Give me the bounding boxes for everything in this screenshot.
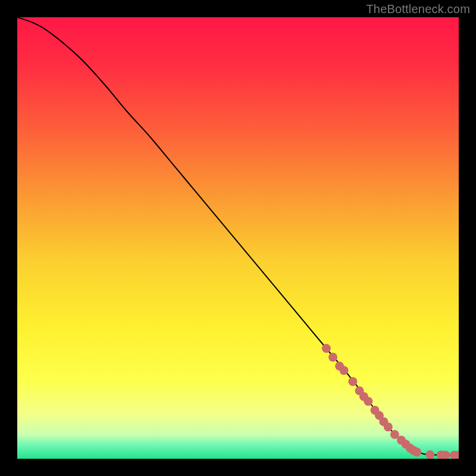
data-point xyxy=(412,447,421,456)
watermark-text: TheBottleneck.com xyxy=(366,2,470,16)
data-point xyxy=(348,377,357,386)
data-point xyxy=(364,397,372,406)
data-point xyxy=(322,344,331,353)
chart-frame: TheBottleneck.com xyxy=(0,0,476,476)
chart-svg xyxy=(17,17,459,459)
gradient-background xyxy=(17,17,459,459)
data-point xyxy=(328,353,337,362)
plot-area xyxy=(17,17,459,459)
data-point xyxy=(384,422,393,431)
data-point xyxy=(340,366,349,375)
